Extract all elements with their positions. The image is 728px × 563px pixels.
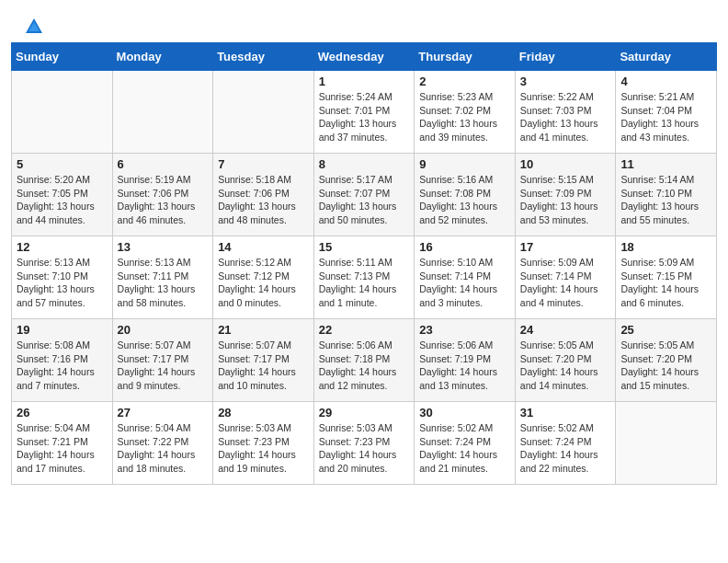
- calendar-container: SundayMondayTuesdayWednesdayThursdayFrid…: [0, 42, 728, 496]
- cell-info: Sunrise: 5:07 AMSunset: 7:17 PMDaylight:…: [118, 339, 209, 393]
- calendar-cell: 6Sunrise: 5:19 AMSunset: 7:06 PMDaylight…: [112, 154, 213, 236]
- calendar-cell: 4Sunrise: 5:21 AMSunset: 7:04 PMDaylight…: [616, 71, 717, 154]
- cell-info: Sunrise: 5:03 AMSunset: 7:23 PMDaylight:…: [218, 421, 309, 476]
- day-number: 23: [419, 323, 510, 337]
- cell-info: Sunrise: 5:20 AMSunset: 7:05 PMDaylight:…: [17, 173, 108, 227]
- cell-info: Sunrise: 5:06 AMSunset: 7:18 PMDaylight:…: [319, 339, 410, 393]
- cell-info: Sunrise: 5:09 AMSunset: 7:14 PMDaylight:…: [520, 256, 611, 310]
- day-number: 8: [319, 157, 410, 171]
- cell-info: Sunrise: 5:02 AMSunset: 7:24 PMDaylight:…: [419, 421, 510, 476]
- calendar-cell: 11Sunrise: 5:14 AMSunset: 7:10 PMDayligh…: [616, 154, 717, 236]
- calendar-body: 1Sunrise: 5:24 AMSunset: 7:01 PMDaylight…: [12, 71, 717, 485]
- cell-info: Sunrise: 5:24 AMSunset: 7:01 PMDaylight:…: [319, 90, 410, 144]
- calendar-week-row: 5Sunrise: 5:20 AMSunset: 7:05 PMDaylight…: [12, 154, 717, 236]
- cell-info: Sunrise: 5:18 AMSunset: 7:06 PMDaylight:…: [218, 173, 309, 227]
- calendar-cell: 29Sunrise: 5:03 AMSunset: 7:23 PMDayligh…: [313, 402, 415, 485]
- cell-info: Sunrise: 5:05 AMSunset: 7:20 PMDaylight:…: [620, 339, 711, 393]
- cell-info: Sunrise: 5:16 AMSunset: 7:08 PMDaylight:…: [419, 173, 510, 227]
- day-number: 1: [319, 75, 410, 88]
- weekday-header-row: SundayMondayTuesdayWednesdayThursdayFrid…: [12, 43, 717, 71]
- day-number: 29: [319, 406, 410, 419]
- calendar-cell: 14Sunrise: 5:12 AMSunset: 7:12 PMDayligh…: [213, 236, 314, 319]
- day-number: 22: [319, 323, 410, 337]
- calendar-cell: 27Sunrise: 5:04 AMSunset: 7:22 PMDayligh…: [112, 402, 213, 485]
- calendar-cell: 3Sunrise: 5:22 AMSunset: 7:03 PMDaylight…: [515, 71, 616, 154]
- calendar-cell: 2Sunrise: 5:23 AMSunset: 7:02 PMDaylight…: [415, 71, 516, 154]
- logo-icon: [24, 17, 44, 37]
- calendar-cell: 31Sunrise: 5:02 AMSunset: 7:24 PMDayligh…: [515, 402, 616, 485]
- calendar-cell: 15Sunrise: 5:11 AMSunset: 7:13 PMDayligh…: [313, 236, 415, 319]
- day-number: 18: [620, 240, 711, 254]
- calendar-week-row: 26Sunrise: 5:04 AMSunset: 7:21 PMDayligh…: [12, 402, 717, 485]
- calendar-cell: 26Sunrise: 5:04 AMSunset: 7:21 PMDayligh…: [12, 402, 113, 485]
- day-number: 9: [419, 157, 510, 171]
- cell-info: Sunrise: 5:08 AMSunset: 7:16 PMDaylight:…: [17, 339, 108, 393]
- logo: [22, 17, 44, 35]
- calendar-cell: 22Sunrise: 5:06 AMSunset: 7:18 PMDayligh…: [313, 319, 415, 402]
- calendar-cell: 30Sunrise: 5:02 AMSunset: 7:24 PMDayligh…: [415, 402, 516, 485]
- cell-info: Sunrise: 5:17 AMSunset: 7:07 PMDaylight:…: [319, 173, 410, 227]
- calendar-cell: 10Sunrise: 5:15 AMSunset: 7:09 PMDayligh…: [515, 154, 616, 236]
- day-number: 7: [218, 157, 309, 171]
- calendar-cell: [213, 71, 314, 154]
- day-number: 5: [17, 157, 108, 171]
- calendar-cell: 18Sunrise: 5:09 AMSunset: 7:15 PMDayligh…: [616, 236, 717, 319]
- day-number: 4: [620, 75, 711, 88]
- calendar-cell: 20Sunrise: 5:07 AMSunset: 7:17 PMDayligh…: [112, 319, 213, 402]
- weekday-header-saturday: Saturday: [616, 43, 717, 71]
- day-number: 15: [319, 240, 410, 254]
- day-number: 19: [17, 323, 108, 337]
- day-number: 26: [17, 406, 108, 419]
- calendar-week-row: 12Sunrise: 5:13 AMSunset: 7:10 PMDayligh…: [12, 236, 717, 319]
- cell-info: Sunrise: 5:15 AMSunset: 7:09 PMDaylight:…: [520, 173, 611, 227]
- cell-info: Sunrise: 5:07 AMSunset: 7:17 PMDaylight:…: [218, 339, 309, 393]
- calendar-cell: 7Sunrise: 5:18 AMSunset: 7:06 PMDaylight…: [213, 154, 314, 236]
- calendar-cell: 25Sunrise: 5:05 AMSunset: 7:20 PMDayligh…: [616, 319, 717, 402]
- cell-info: Sunrise: 5:22 AMSunset: 7:03 PMDaylight:…: [520, 90, 611, 144]
- weekday-header-monday: Monday: [112, 43, 213, 71]
- day-number: 10: [520, 157, 611, 171]
- page-header: [0, 0, 728, 42]
- cell-info: Sunrise: 5:09 AMSunset: 7:15 PMDaylight:…: [620, 256, 711, 310]
- day-number: 25: [620, 323, 711, 337]
- calendar-cell: 13Sunrise: 5:13 AMSunset: 7:11 PMDayligh…: [112, 236, 213, 319]
- calendar-cell: 17Sunrise: 5:09 AMSunset: 7:14 PMDayligh…: [515, 236, 616, 319]
- cell-info: Sunrise: 5:23 AMSunset: 7:02 PMDaylight:…: [419, 90, 510, 144]
- calendar-cell: 1Sunrise: 5:24 AMSunset: 7:01 PMDaylight…: [313, 71, 415, 154]
- calendar-cell: [12, 71, 113, 154]
- day-number: 13: [118, 240, 209, 254]
- calendar-week-row: 1Sunrise: 5:24 AMSunset: 7:01 PMDaylight…: [12, 71, 717, 154]
- calendar-cell: [616, 402, 717, 485]
- weekday-header-thursday: Thursday: [415, 43, 516, 71]
- day-number: 16: [419, 240, 510, 254]
- day-number: 2: [419, 75, 510, 88]
- weekday-header-wednesday: Wednesday: [313, 43, 415, 71]
- calendar-cell: 5Sunrise: 5:20 AMSunset: 7:05 PMDaylight…: [12, 154, 113, 236]
- cell-info: Sunrise: 5:12 AMSunset: 7:12 PMDaylight:…: [218, 256, 309, 310]
- calendar-cell: 24Sunrise: 5:05 AMSunset: 7:20 PMDayligh…: [515, 319, 616, 402]
- day-number: 14: [218, 240, 309, 254]
- calendar-cell: 23Sunrise: 5:06 AMSunset: 7:19 PMDayligh…: [415, 319, 516, 402]
- day-number: 20: [118, 323, 209, 337]
- day-number: 28: [218, 406, 309, 419]
- cell-info: Sunrise: 5:11 AMSunset: 7:13 PMDaylight:…: [319, 256, 410, 310]
- calendar-cell: 9Sunrise: 5:16 AMSunset: 7:08 PMDaylight…: [415, 154, 516, 236]
- cell-info: Sunrise: 5:03 AMSunset: 7:23 PMDaylight:…: [319, 421, 410, 476]
- cell-info: Sunrise: 5:02 AMSunset: 7:24 PMDaylight:…: [520, 421, 611, 476]
- cell-info: Sunrise: 5:14 AMSunset: 7:10 PMDaylight:…: [620, 173, 711, 227]
- cell-info: Sunrise: 5:21 AMSunset: 7:04 PMDaylight:…: [620, 90, 711, 144]
- cell-info: Sunrise: 5:06 AMSunset: 7:19 PMDaylight:…: [419, 339, 510, 393]
- cell-info: Sunrise: 5:04 AMSunset: 7:22 PMDaylight:…: [118, 421, 209, 476]
- weekday-header-tuesday: Tuesday: [213, 43, 314, 71]
- day-number: 6: [118, 157, 209, 171]
- cell-info: Sunrise: 5:13 AMSunset: 7:11 PMDaylight:…: [118, 256, 209, 310]
- calendar-cell: 28Sunrise: 5:03 AMSunset: 7:23 PMDayligh…: [213, 402, 314, 485]
- day-number: 21: [218, 323, 309, 337]
- calendar-cell: 12Sunrise: 5:13 AMSunset: 7:10 PMDayligh…: [12, 236, 113, 319]
- day-number: 3: [520, 75, 611, 88]
- cell-info: Sunrise: 5:04 AMSunset: 7:21 PMDaylight:…: [17, 421, 108, 476]
- calendar-cell: 8Sunrise: 5:17 AMSunset: 7:07 PMDaylight…: [313, 154, 415, 236]
- calendar-cell: 21Sunrise: 5:07 AMSunset: 7:17 PMDayligh…: [213, 319, 314, 402]
- weekday-header-sunday: Sunday: [12, 43, 113, 71]
- weekday-header-friday: Friday: [515, 43, 616, 71]
